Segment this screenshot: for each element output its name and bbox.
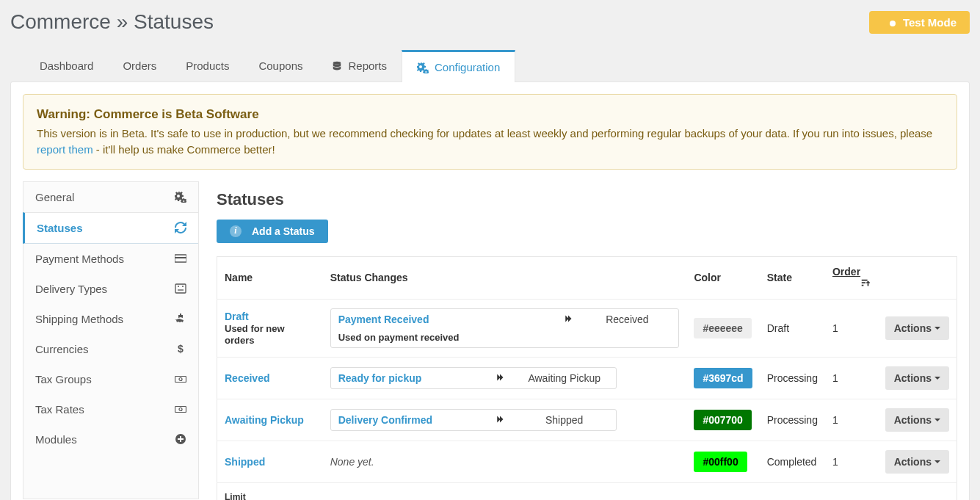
sidebar-item-tax-rates[interactable]: Tax Rates [23,394,198,424]
color-swatch: #00ff00 [694,452,747,472]
tab-configuration[interactable]: Configuration [402,50,515,82]
svg-point-0 [333,61,341,64]
status-change-link[interactable]: Ready for pickup [338,372,479,384]
caret-down-icon [934,460,940,466]
config-sidebar: GeneralStatusesPayment MethodsDelivery T… [23,181,199,499]
svg-point-4 [178,286,179,287]
status-change-dest: Awaiting Pickup [520,372,609,384]
svg-rect-9 [175,407,186,413]
status-change-none: None yet. [330,456,374,468]
alert-report-link[interactable]: report them [37,143,93,156]
tab-reports[interactable]: Reports [317,50,402,81]
status-change-link[interactable]: Delivery Confirmed [338,414,479,426]
svg-rect-3 [175,284,186,293]
caret-down-icon [934,419,940,424]
col-name[interactable]: Name [217,256,323,299]
alert-body: This version is in Beta. It's safe to us… [37,127,932,140]
col-state[interactable]: State [760,256,825,299]
state-cell: Draft [760,299,825,357]
col-color[interactable]: Color [686,256,759,299]
sidebar-item-statuses[interactable]: Statuses [23,212,198,244]
status-link[interactable]: Shipped [225,456,265,468]
plus-circle-icon [175,433,186,445]
state-cell: Processing [760,357,825,399]
money-icon [175,373,186,385]
limit-label: Limit [225,492,949,501]
sidebar-item-payment-methods[interactable]: Payment Methods [23,244,198,274]
svg-rect-7 [175,377,186,383]
order-cell: 1 [825,441,878,482]
tab-products[interactable]: Products [171,50,244,81]
table-row: DraftUsed for new ordersPayment Received… [217,299,957,357]
info-icon: i [230,225,242,237]
alert-title: Warning: Commerce is Beta Software [37,105,259,124]
tab-dashboard[interactable]: Dashboard [25,50,108,81]
sidebar-item-delivery-types[interactable]: Delivery Types [23,274,198,304]
svg-text:$: $ [178,343,184,355]
row-actions-button[interactable]: Actions [885,450,949,474]
caret-down-icon [934,377,940,383]
status-change-sub: Used on payment received [338,332,460,343]
sidebar-item-currencies[interactable]: Currencies$ [23,334,198,364]
status-change-box[interactable]: Payment ReceivedReceivedUsed on payment … [330,308,680,348]
svg-point-8 [179,378,182,381]
status-change-dest: Received [583,314,671,325]
order-cell: 1 [825,357,878,399]
double-arrow-icon [564,314,573,325]
sidebar-item-tax-groups[interactable]: Tax Groups [23,364,198,394]
sidebar-item-shipping-methods[interactable]: Shipping Methods [23,304,198,334]
row-actions-button[interactable]: Actions [885,366,949,390]
order-cell: 1 [825,299,878,357]
svg-point-5 [182,286,184,287]
color-swatch: #3697cd [694,368,752,388]
status-sub: Used for new orders [225,323,285,346]
caret-down-icon [934,327,940,333]
status-link[interactable]: Awaiting Pickup [225,414,304,426]
gears-icon [417,62,429,73]
money-icon [175,403,186,415]
table-row: Awaiting PickupDelivery ConfirmedShipped… [217,399,957,441]
color-swatch: #eeeeee [694,318,752,338]
color-swatch: #007700 [694,410,752,430]
row-actions-button[interactable]: Actions [885,316,949,340]
ship-icon [175,313,186,325]
status-change-box[interactable]: Ready for pickupAwaiting Pickup [330,367,617,389]
refresh-icon [175,222,186,233]
col-status-changes[interactable]: Status Changes [323,256,687,299]
state-cell: Completed [760,441,825,482]
sidebar-item-general[interactable]: General [23,182,198,212]
order-cell: 1 [825,399,878,441]
breadcrumb-sep: » [117,10,128,33]
status-change-dest: Shipped [520,414,609,426]
add-status-button[interactable]: i Add a Status [217,220,328,243]
double-arrow-icon [496,372,504,384]
sidebar-item-modules[interactable]: Modules [23,424,198,454]
database-icon [332,61,342,71]
gears-icon [175,191,186,203]
status-change-box[interactable]: Delivery ConfirmedShipped [330,409,617,431]
tab-orders[interactable]: Orders [108,50,171,81]
sort-desc-icon [860,278,871,290]
statuses-table: Name Status Changes Color State Order [217,256,957,501]
status-change-link[interactable]: Payment Received [338,314,554,325]
dollar-icon: $ [175,343,186,355]
breadcrumb-root[interactable]: Commerce [10,10,111,33]
status-link[interactable]: Received [225,372,269,384]
svg-rect-2 [175,257,186,258]
tab-coupons[interactable]: Coupons [244,50,317,81]
breadcrumb: Commerce » Statuses [10,10,214,34]
beta-warning-alert: Warning: Commerce is Beta Software This … [23,94,957,170]
card-icon [175,253,186,264]
table-row: ShippedNone yet.#00ff00Completed1Actions [217,441,957,482]
box-icon [175,283,186,294]
state-cell: Processing [760,399,825,441]
status-link[interactable]: Draft [225,311,249,322]
breadcrumb-current: Statuses [134,10,214,33]
col-order[interactable]: Order [825,256,878,299]
row-actions-button[interactable]: Actions [885,408,949,432]
test-mode-badge: Test Mode [869,11,970,34]
svg-point-10 [179,408,182,411]
dot-icon [890,21,896,26]
page-title: Statuses [217,190,957,209]
double-arrow-icon [496,414,504,426]
